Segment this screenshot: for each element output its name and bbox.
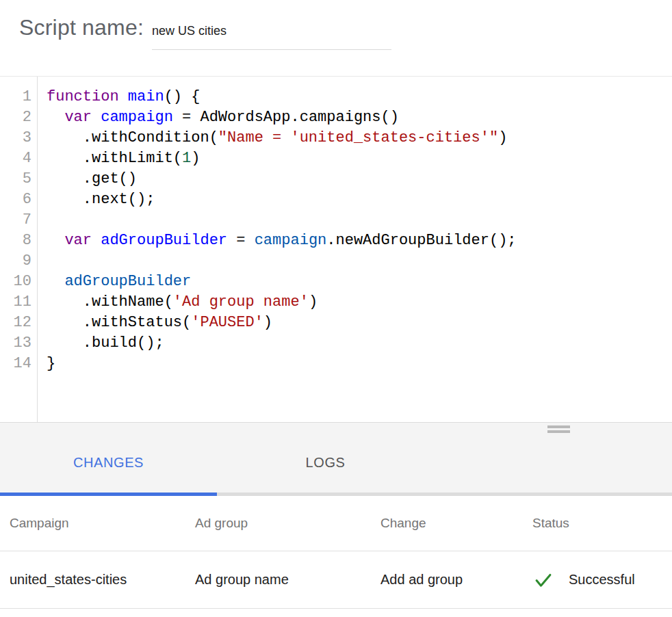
line-number: 11 [0, 292, 37, 313]
status-cell: Successful [532, 570, 672, 590]
code-area[interactable]: function main() { var campaign = AdWords… [38, 77, 672, 422]
column-header-ad-group: Ad group [195, 516, 380, 531]
active-tab-indicator [0, 493, 217, 496]
changes-table: Campaign Ad group Change Status united_s… [0, 496, 672, 609]
line-number: 12 [0, 313, 37, 333]
line-number: 3 [0, 128, 37, 148]
line-number: 1 [0, 87, 37, 107]
line-number-gutter: 1234567891011121314 [0, 77, 38, 422]
campaign-cell: united_states-cities [10, 572, 195, 588]
code-line[interactable]: .withName('Ad group name') [47, 292, 672, 313]
code-line[interactable]: .withStatus('PAUSED') [47, 313, 672, 333]
line-number: 2 [0, 107, 37, 128]
column-header-status: Status [532, 516, 672, 531]
line-number: 6 [0, 189, 37, 210]
code-line[interactable]: var adGroupBuilder = campaign.newAdGroup… [47, 231, 672, 251]
tab-changes[interactable]: CHANGES [0, 432, 217, 493]
code-line[interactable] [47, 210, 672, 231]
code-line[interactable] [47, 251, 672, 272]
change-cell: Add ad group [380, 572, 532, 588]
column-header-campaign: Campaign [10, 516, 195, 531]
ad-group-cell: Ad group name [195, 572, 380, 588]
code-line[interactable]: adGroupBuilder [47, 272, 672, 292]
script-name-input[interactable] [152, 23, 391, 50]
script-name-label: Script name: [19, 15, 144, 40]
code-line[interactable]: .withCondition("Name = 'united_states-ci… [47, 128, 672, 148]
code-line[interactable]: .withLimit(1) [47, 148, 672, 169]
check-icon [534, 570, 553, 590]
column-header-change: Change [380, 516, 532, 531]
tab-underline-track [0, 493, 672, 496]
line-number: 10 [0, 272, 37, 292]
line-number: 8 [0, 231, 37, 251]
line-number: 5 [0, 169, 37, 189]
code-line[interactable]: .next(); [47, 189, 672, 210]
code-line[interactable]: var campaign = AdWordsApp.campaigns() [47, 107, 672, 128]
table-header-row: Campaign Ad group Change Status [0, 496, 672, 551]
table-row: united_states-cities Ad group name Add a… [0, 551, 672, 609]
line-number: 14 [0, 354, 37, 374]
tab-logs[interactable]: LOGS [217, 432, 434, 493]
line-number: 4 [0, 148, 37, 169]
script-header: Script name: [0, 0, 672, 77]
line-number: 7 [0, 210, 37, 231]
line-number: 13 [0, 333, 37, 354]
code-line[interactable]: } [47, 354, 672, 374]
drag-handle-icon[interactable] [547, 425, 570, 435]
results-panel: CHANGES LOGS [0, 422, 672, 496]
status-text: Successful [569, 572, 635, 588]
line-number: 9 [0, 251, 37, 272]
code-line[interactable]: .build(); [47, 333, 672, 354]
code-line[interactable]: .get() [47, 169, 672, 189]
code-editor[interactable]: 1234567891011121314 function main() { va… [0, 77, 672, 422]
code-line[interactable]: function main() { [47, 87, 672, 107]
results-tabs: CHANGES LOGS [0, 432, 434, 493]
